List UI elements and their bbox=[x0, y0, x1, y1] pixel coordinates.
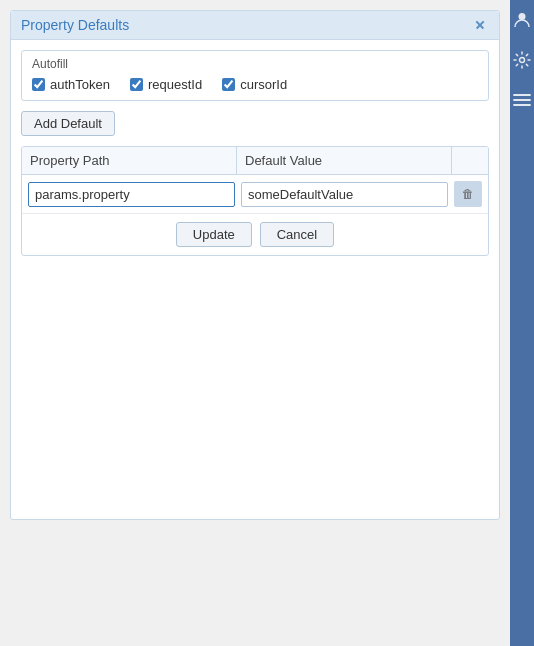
col-value-header: Default Value bbox=[237, 147, 452, 174]
sidebar bbox=[510, 0, 534, 646]
table-header: Property Path Default Value bbox=[22, 147, 488, 175]
property-path-input[interactable] bbox=[28, 182, 235, 207]
requestid-label: requestId bbox=[148, 77, 202, 92]
close-icon bbox=[473, 18, 487, 32]
cursorid-checkbox[interactable] bbox=[222, 78, 235, 91]
requestid-checkbox[interactable] bbox=[130, 78, 143, 91]
close-button[interactable] bbox=[471, 18, 489, 32]
panel-title: Property Defaults bbox=[21, 17, 129, 33]
panel-body: Autofill authToken requestId cursorId bbox=[11, 40, 499, 266]
edit-actions: Update Cancel bbox=[22, 214, 488, 255]
authtoken-checkbox[interactable] bbox=[32, 78, 45, 91]
sidebar-gear-icon[interactable] bbox=[510, 48, 534, 72]
checkbox-item-authtoken[interactable]: authToken bbox=[32, 77, 110, 92]
col-path-header: Property Path bbox=[22, 147, 237, 174]
defaults-table: Property Path Default Value 🗑 Update Can… bbox=[21, 146, 489, 256]
autofill-section: Autofill authToken requestId cursorId bbox=[21, 50, 489, 101]
sidebar-user-icon[interactable] bbox=[510, 8, 534, 32]
svg-point-0 bbox=[519, 13, 526, 20]
col-actions-header bbox=[452, 147, 488, 174]
default-value-input[interactable] bbox=[241, 182, 448, 207]
autofill-label: Autofill bbox=[32, 57, 478, 71]
cursorid-label: cursorId bbox=[240, 77, 287, 92]
svg-point-1 bbox=[520, 58, 525, 63]
main-content: Property Defaults Autofill authToken req… bbox=[0, 0, 510, 646]
panel-header: Property Defaults bbox=[11, 11, 499, 40]
checkbox-item-requestid[interactable]: requestId bbox=[130, 77, 202, 92]
cancel-button[interactable]: Cancel bbox=[260, 222, 334, 247]
delete-row-button[interactable]: 🗑 bbox=[454, 181, 482, 207]
checkboxes-row: authToken requestId cursorId bbox=[32, 77, 478, 92]
trash-icon: 🗑 bbox=[462, 187, 474, 201]
add-default-button[interactable]: Add Default bbox=[21, 111, 115, 136]
table-row-edit: 🗑 bbox=[22, 175, 488, 214]
sidebar-list-icon[interactable] bbox=[510, 88, 534, 112]
property-defaults-panel: Property Defaults Autofill authToken req… bbox=[10, 10, 500, 520]
update-button[interactable]: Update bbox=[176, 222, 252, 247]
checkbox-item-cursorid[interactable]: cursorId bbox=[222, 77, 287, 92]
authtoken-label: authToken bbox=[50, 77, 110, 92]
